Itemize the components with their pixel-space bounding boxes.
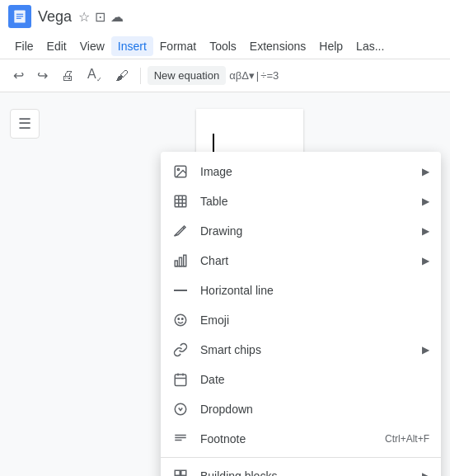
main-area: ☰ Image ▶ <box>0 92 450 476</box>
svg-point-23 <box>175 403 186 415</box>
menu-last[interactable]: Las... <box>349 36 391 56</box>
date-label: Date <box>200 373 429 386</box>
svg-rect-6 <box>175 196 186 207</box>
horizontal-line-icon <box>172 282 189 299</box>
footnote-icon <box>172 431 189 447</box>
drawing-arrow: ▶ <box>422 225 429 237</box>
menu-help[interactable]: Help <box>312 36 349 56</box>
table-arrow: ▶ <box>422 196 429 207</box>
svg-rect-27 <box>175 470 180 475</box>
svg-rect-12 <box>175 261 177 266</box>
date-icon <box>172 371 189 388</box>
building-blocks-icon <box>172 468 189 476</box>
undo-button[interactable]: ↩ <box>8 64 29 87</box>
svg-point-16 <box>175 314 186 326</box>
chart-label: Chart <box>200 254 410 267</box>
chart-arrow: ▶ <box>422 255 429 266</box>
svg-point-17 <box>178 318 180 320</box>
menu-divider-1 <box>161 457 441 458</box>
toolbar-divider <box>140 68 141 84</box>
menu-item-date[interactable]: Date <box>161 365 441 394</box>
cloud-icon[interactable]: ☁ <box>110 9 124 25</box>
drawing-icon <box>172 223 189 239</box>
svg-point-5 <box>177 168 179 170</box>
folder-icon[interactable]: ⊡ <box>95 9 105 25</box>
title-bar: Vega ☆ ⊡ ☁ <box>0 0 450 33</box>
menu-item-dropdown[interactable]: Dropdown <box>161 394 441 424</box>
menu-item-table[interactable]: Table ▶ <box>161 186 441 216</box>
menu-view[interactable]: View <box>73 36 111 56</box>
menu-item-image[interactable]: Image ▶ <box>161 157 441 186</box>
footnote-shortcut: Ctrl+Alt+F <box>385 433 429 445</box>
emoji-label: Emoji <box>200 313 429 327</box>
footnote-label: Footnote <box>200 432 373 445</box>
menu-extensions[interactable]: Extensions <box>243 36 312 56</box>
menu-insert[interactable]: Insert <box>111 36 153 56</box>
smart-chips-icon <box>172 342 189 358</box>
menu-tools[interactable]: Tools <box>203 36 243 56</box>
drawing-label: Drawing <box>200 224 410 238</box>
svg-point-18 <box>182 318 184 320</box>
menu-item-emoji[interactable]: Emoji <box>161 305 441 335</box>
menu-bar: File Edit View Insert Format Tools Exten… <box>0 33 450 59</box>
sidebar-pages-icon[interactable]: ☰ <box>10 109 40 139</box>
image-arrow: ▶ <box>422 166 429 177</box>
dropdown-icon <box>172 401 189 417</box>
menu-item-chart[interactable]: Chart ▶ <box>161 246 441 276</box>
insert-dropdown-menu: Image ▶ Table ▶ <box>161 152 441 476</box>
menu-format[interactable]: Format <box>153 36 203 56</box>
smart-chips-arrow: ▶ <box>422 344 429 356</box>
svg-rect-28 <box>181 470 186 475</box>
image-icon <box>172 163 189 180</box>
print-button[interactable]: 🖨 <box>56 65 79 87</box>
toolbar: ↩ ↪ 🖨 A✓ 🖌 New equation αβΔ▾ | ÷=3 <box>0 59 450 92</box>
menu-item-horizontal-line[interactable]: Horizontal line <box>161 276 441 305</box>
symbol-alpha[interactable]: αβΔ▾ <box>229 69 255 82</box>
building-blocks-label: Building blocks <box>200 469 410 476</box>
svg-line-11 <box>183 228 185 229</box>
smart-chips-label: Smart chips <box>200 343 410 356</box>
emoji-icon <box>172 312 189 328</box>
table-icon <box>172 193 189 210</box>
svg-rect-19 <box>175 375 186 386</box>
spellcheck-button[interactable]: A✓ <box>82 64 107 87</box>
menu-edit[interactable]: Edit <box>40 36 73 56</box>
dropdown-label: Dropdown <box>200 403 429 416</box>
menu-file[interactable]: File <box>8 36 40 56</box>
building-blocks-arrow: ▶ <box>422 470 429 476</box>
svg-rect-1 <box>16 14 23 15</box>
symbol-divider: | <box>256 69 259 82</box>
svg-rect-3 <box>16 18 21 19</box>
chart-icon <box>172 252 189 269</box>
paint-button[interactable]: 🖌 <box>110 65 134 87</box>
star-icon[interactable]: ☆ <box>78 9 90 25</box>
new-equation-button[interactable]: New equation <box>148 66 227 85</box>
horizontal-line-label: Horizontal line <box>200 284 429 297</box>
redo-button[interactable]: ↪ <box>32 64 53 87</box>
menu-item-footnote[interactable]: Footnote Ctrl+Alt+F <box>161 424 441 454</box>
menu-item-smart-chips[interactable]: Smart chips ▶ <box>161 335 441 365</box>
menu-item-building-blocks[interactable]: Building blocks ▶ <box>161 461 441 476</box>
svg-rect-14 <box>184 255 186 266</box>
svg-rect-2 <box>16 16 23 16</box>
app-title: Vega <box>38 8 72 26</box>
image-label: Image <box>200 165 410 178</box>
table-label: Table <box>200 195 410 208</box>
svg-rect-13 <box>180 257 182 266</box>
left-sidebar: ☰ <box>0 92 49 476</box>
toolbar-symbols: αβΔ▾ | ÷=3 <box>229 69 279 82</box>
app-icon <box>8 5 31 28</box>
menu-item-drawing[interactable]: Drawing ▶ <box>161 216 441 246</box>
title-icons: ☆ ⊡ ☁ <box>78 9 124 25</box>
symbol-equals[interactable]: ÷=3 <box>260 69 279 82</box>
